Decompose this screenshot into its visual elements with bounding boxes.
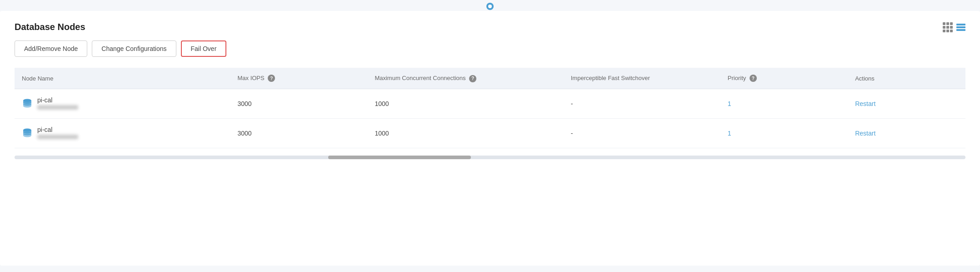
priority-cell: 1 [720, 89, 848, 119]
node-suffix: cal [45, 96, 53, 104]
node-name-info: pi-cal [37, 96, 78, 111]
table-container: Node Name Max IOPS ? Maximum Concurrent … [15, 68, 965, 163]
max-iops-help-icon[interactable]: ? [268, 75, 275, 82]
node-cell: pi-cal [22, 96, 223, 111]
toolbar: Add/Remove Node Change Configurations Fa… [15, 40, 965, 57]
node-name-blurred [37, 105, 78, 110]
grid-cell [950, 22, 953, 25]
fast-switchover-cell: - [564, 119, 720, 148]
priority-link[interactable]: 1 [728, 130, 731, 137]
grid-view-icon[interactable] [943, 22, 953, 32]
node-cell: pi-cal [22, 126, 223, 141]
node-name-blurred [37, 135, 78, 139]
col-header-actions: Actions [848, 68, 965, 89]
node-name-cell: pi-cal [15, 89, 230, 119]
restart-link[interactable]: Restart [855, 100, 875, 107]
scroll-thumb[interactable] [328, 156, 471, 159]
page-title: Database Nodes [15, 22, 85, 32]
horizontal-scrollbar[interactable] [15, 156, 965, 159]
top-indicator [0, 0, 980, 11]
change-configurations-button[interactable]: Change Configurations [92, 40, 176, 57]
grid-cell [950, 30, 953, 32]
list-view-icon[interactable] [956, 24, 965, 31]
actions-cell: Restart [848, 119, 965, 148]
col-header-fast-switchover: Imperceptible Fast Switchover [564, 68, 720, 89]
grid-cell [943, 30, 945, 32]
grid-cell [946, 22, 949, 25]
grid-cell [943, 26, 945, 29]
list-line [956, 24, 965, 25]
page-header: Database Nodes [15, 22, 965, 32]
db-icon [22, 98, 33, 109]
page-container: Database Nodes Add/Remove Node Change C [0, 11, 980, 266]
node-suffix: cal [45, 126, 53, 133]
max-concurrent-cell: 1000 [367, 89, 563, 119]
col-header-max-concurrent: Maximum Concurrent Connections ? [367, 68, 563, 89]
table-header-row: Node Name Max IOPS ? Maximum Concurrent … [15, 68, 965, 89]
col-header-node-name: Node Name [15, 68, 230, 89]
node-prefix: pi-cal [37, 126, 78, 133]
node-name-cell: pi-cal [15, 119, 230, 148]
list-line [956, 26, 965, 28]
max-iops-cell: 3000 [230, 119, 367, 148]
grid-cell [950, 26, 953, 29]
max-concurrent-cell: 1000 [367, 119, 563, 148]
fail-over-button[interactable]: Fail Over [181, 40, 227, 57]
table-row: pi-cal 30001000-1Restart [15, 119, 965, 148]
priority-cell: 1 [720, 119, 848, 148]
grid-cell [943, 22, 945, 25]
add-remove-node-button[interactable]: Add/Remove Node [15, 40, 87, 57]
fast-switchover-cell: - [564, 89, 720, 119]
db-icon [22, 128, 33, 139]
max-concurrent-help-icon[interactable]: ? [469, 75, 476, 82]
priority-help-icon[interactable]: ? [750, 75, 757, 82]
max-iops-cell: 3000 [230, 89, 367, 119]
grid-cell [946, 26, 949, 29]
grid-cell [946, 30, 949, 32]
col-header-max-iops: Max IOPS ? [230, 68, 367, 89]
priority-link[interactable]: 1 [728, 100, 731, 107]
list-line [956, 29, 965, 31]
node-prefix: pi-cal [37, 96, 78, 104]
col-header-priority: Priority ? [720, 68, 848, 89]
progress-dot [487, 4, 493, 9]
nodes-table: Node Name Max IOPS ? Maximum Concurrent … [15, 68, 965, 148]
node-name-info: pi-cal [37, 126, 78, 141]
restart-link[interactable]: Restart [855, 130, 875, 137]
view-controls [943, 22, 965, 32]
actions-cell: Restart [848, 89, 965, 119]
table-row: pi-cal 30001000-1Restart [15, 89, 965, 119]
